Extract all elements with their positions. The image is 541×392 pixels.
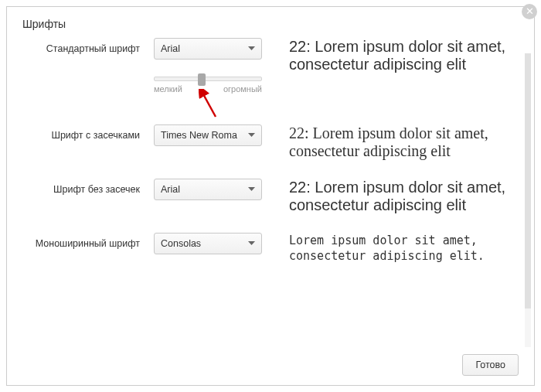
slider-max-label: огромный [223,84,262,94]
close-button[interactable]: ✕ [522,4,537,19]
select-value: Arial [161,43,180,54]
font-size-slider: мелкий огромный [154,77,262,94]
page-title: Шрифты [22,18,66,30]
label-sans-font: Шрифт без засечек [22,179,154,196]
select-value: Arial [161,184,180,195]
close-icon: ✕ [526,5,534,17]
select-mono-font[interactable]: Consolas [154,233,262,254]
fonts-dialog: ✕ Шрифты Стандартный шрифт Arial [6,6,535,386]
preview-serif: 22: Lorem ipsum dolor sit amet, consecte… [274,124,519,160]
chevron-down-icon [248,133,255,138]
select-standard-font[interactable]: Arial [154,38,262,60]
preview-standard: 22: Lorem ipsum dolor sit amet, consecte… [274,38,519,73]
chevron-down-icon [248,46,255,51]
row-standard-font: Стандартный шрифт Arial мелкий огромный [22,38,519,94]
chevron-down-icon [248,241,255,246]
done-button[interactable]: Готово [462,354,519,376]
row-serif-font: Шрифт с засечками Times New Roma 22: Lor… [22,124,519,160]
slider-track[interactable] [154,77,262,81]
slider-min-label: мелкий [154,84,182,94]
select-value: Times New Roma [161,130,237,141]
select-value: Consolas [161,238,201,249]
row-mono-font: Моноширинный шрифт Consolas Lorem ipsum … [22,233,519,264]
label-serif-font: Шрифт с засечками [22,124,154,141]
select-sans-font[interactable]: Arial [154,179,262,200]
select-serif-font[interactable]: Times New Roma [154,124,262,146]
preview-mono: Lorem ipsum dolor sit amet, consectetur … [274,233,519,264]
dialog-header: Шрифты [7,7,534,38]
preview-sans: 22: Lorem ipsum dolor sit amet, consecte… [274,179,519,214]
dialog-content: Стандартный шрифт Arial мелкий огромный [7,38,534,264]
label-mono-font: Моноширинный шрифт [22,233,154,250]
slider-thumb[interactable] [198,73,206,86]
label-standard-font: Стандартный шрифт [22,38,154,55]
chevron-down-icon [248,187,255,192]
dialog-footer: Готово [462,354,519,376]
row-sans-font: Шрифт без засечек Arial 22: Lorem ipsum … [22,179,519,214]
